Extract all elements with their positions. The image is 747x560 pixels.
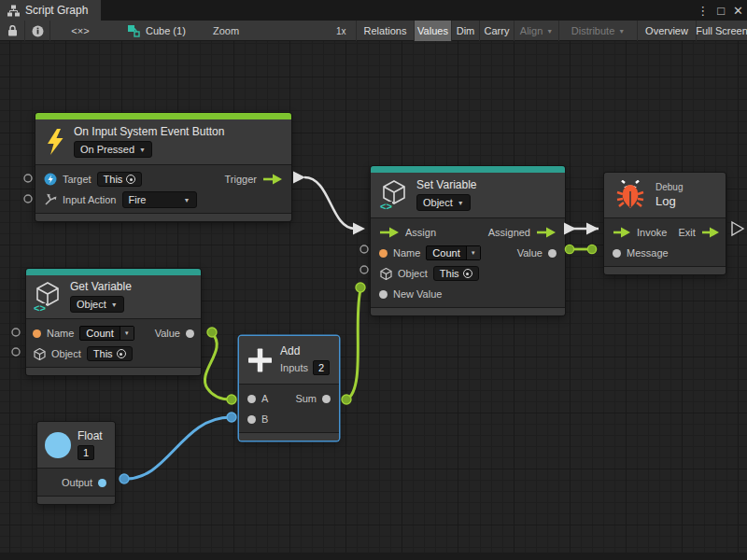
graph-target: Cube (1) [127, 21, 186, 41]
node-title: On Input System Event Button [74, 125, 224, 138]
value-output-port[interactable] [548, 249, 557, 258]
b-port-row: B [239, 409, 339, 429]
tab-script-graph[interactable]: Script Graph [0, 0, 101, 21]
message-port-row: Message [604, 243, 726, 263]
node-footer [26, 367, 201, 375]
invoke-input-port[interactable] [613, 227, 631, 238]
message-label: Message [627, 247, 669, 259]
bullseye-icon [117, 349, 126, 358]
node-add[interactable]: Add Inputs 2 A Sum B [239, 336, 339, 441]
value-output-port[interactable] [186, 329, 194, 338]
tab-bar: Script Graph ⋮ □ ✕ [0, 0, 747, 21]
input-action-dropdown[interactable]: Fire ▼ [122, 191, 197, 208]
name-input-port[interactable] [379, 249, 388, 258]
full-screen-button[interactable]: Full Screen [696, 21, 747, 41]
float-value-field[interactable]: 1 [78, 445, 94, 460]
variable-kind-dropdown[interactable]: Object ▼ [70, 296, 124, 313]
variable-kind-dropdown[interactable]: Object ▼ [416, 194, 471, 211]
event-accent-bar [35, 113, 291, 119]
carry-button[interactable]: Carry [479, 21, 514, 41]
new-value-label: New Value [393, 288, 442, 300]
sum-label: Sum [295, 393, 317, 404]
input-action-label: Input Action [63, 194, 117, 205]
assigned-output-port[interactable] [536, 227, 557, 238]
unity-script-graph-window: Script Graph ⋮ □ ✕ <×> [0, 0, 747, 560]
variable-cube-icon: <> [34, 282, 62, 312]
code-icon: <×> [71, 25, 89, 36]
input-action-icon [44, 193, 57, 206]
name-port-row: Name Count ▼ Value [371, 243, 565, 263]
sum-output-port[interactable] [322, 395, 331, 403]
more-icon[interactable]: ⋮ [697, 4, 709, 18]
object-this-button[interactable]: This [433, 266, 479, 281]
lock-icon [7, 25, 18, 36]
node-footer [35, 213, 291, 221]
a-input-port[interactable] [247, 395, 256, 403]
node-title: Get Variable [70, 280, 132, 293]
target-this-button[interactable]: This [97, 172, 143, 187]
node-title: Set Variable [416, 178, 476, 191]
chevron-down-icon: ▼ [546, 28, 553, 35]
node-footer [604, 266, 726, 274]
bullseye-icon [126, 175, 135, 184]
script-machine-icon [127, 24, 140, 37]
new-value-input-port[interactable] [379, 290, 388, 299]
exit-label: Exit [678, 227, 695, 238]
event-mode-dropdown[interactable]: On Pressed ▼ [74, 141, 152, 158]
output-port[interactable] [98, 479, 106, 487]
lock-button[interactable] [0, 21, 24, 41]
value-label: Value [155, 328, 180, 339]
node-on-input-system-event-button[interactable]: On Input System Event Button On Pressed … [35, 113, 291, 221]
assign-port-row: Assign Assigned [371, 222, 565, 243]
node-get-variable[interactable]: <> Get Variable Object ▼ Name Count ▼ Va… [26, 269, 201, 375]
output-port-row: Output [37, 472, 115, 493]
object-port-row: Object This [371, 263, 565, 284]
name-port-row: Name Count ▼ Value [26, 323, 201, 343]
object-this-button[interactable]: This [87, 346, 133, 361]
object-cube-icon [379, 267, 392, 280]
variable-name-dropdown[interactable]: Count ▼ [426, 245, 480, 260]
code-view-button[interactable]: <×> [49, 21, 110, 41]
plus-icon [248, 345, 272, 375]
align-button[interactable]: Align▼ [514, 21, 558, 41]
target-name-label[interactable]: Cube (1) [146, 25, 186, 36]
node-debug-log[interactable]: Debug Log Invoke Exit Message [604, 173, 726, 274]
chevron-down-icon: ▼ [458, 200, 464, 206]
object-cube-icon [33, 347, 46, 360]
node-float-literal[interactable]: Float 1 Output [37, 422, 115, 504]
info-button[interactable] [24, 21, 49, 41]
node-set-variable[interactable]: <> Set Variable Object ▼ Assign Assigned [371, 166, 565, 315]
chevron-down-icon: ▼ [618, 28, 625, 35]
variable-cube-icon: <> [380, 180, 408, 210]
exit-output-port[interactable] [701, 227, 720, 238]
value-label: Value [517, 247, 543, 259]
node-footer [239, 432, 339, 441]
maximize-icon[interactable]: □ [717, 4, 725, 18]
node-footer [37, 496, 115, 504]
name-input-port[interactable] [33, 329, 41, 338]
inputs-count-field[interactable]: 2 [313, 360, 330, 375]
window-bottom-edge [0, 553, 747, 560]
close-icon[interactable]: ✕ [733, 4, 743, 18]
zoom-value: 1x [336, 21, 346, 41]
chevron-down-icon: ▼ [139, 147, 146, 153]
node-title: Float [78, 429, 103, 442]
bullseye-icon [463, 269, 472, 278]
overview-button[interactable]: Overview [637, 21, 696, 41]
chevron-down-icon: ▼ [120, 327, 134, 340]
values-button[interactable]: Values [414, 21, 451, 41]
dim-button[interactable]: Dim [451, 21, 479, 41]
assign-input-port[interactable] [379, 227, 400, 238]
relations-button[interactable]: Relations [356, 21, 414, 41]
tab-label: Script Graph [25, 4, 88, 17]
distribute-button[interactable]: Distribute▼ [558, 21, 637, 41]
trigger-output-port[interactable] [262, 174, 283, 185]
b-input-port[interactable] [247, 415, 256, 424]
a-port-row: A Sum [239, 388, 339, 409]
target-label: Target [63, 174, 92, 185]
name-label: Name [393, 247, 420, 259]
inputs-label: Inputs [280, 362, 308, 373]
input-action-port-row: Input Action Fire ▼ [35, 189, 291, 210]
variable-name-dropdown[interactable]: Count ▼ [79, 326, 134, 341]
message-input-port[interactable] [613, 249, 621, 258]
